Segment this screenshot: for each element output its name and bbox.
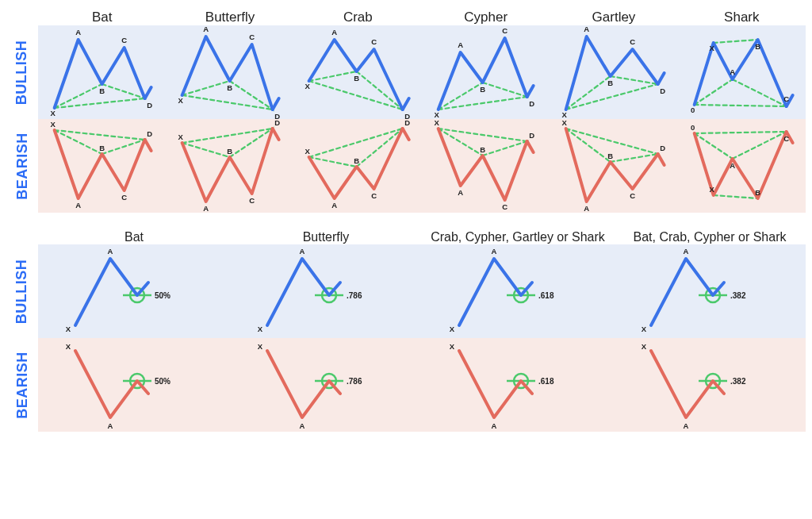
ratio-label: 50%	[155, 291, 170, 300]
point-D-label: D	[661, 144, 666, 152]
point-C-label: C	[371, 191, 377, 200]
ratio-label: .786	[347, 377, 362, 386]
retrace-bearish-1: XA.786	[230, 338, 422, 432]
point-B-label: B	[608, 152, 614, 160]
point-X-label: X	[562, 119, 568, 127]
pattern-bearish-crab: XABCD	[294, 119, 422, 213]
point-C-label: C	[630, 37, 636, 46]
point-D-label: D	[529, 131, 534, 140]
point-A-label: A	[730, 67, 735, 76]
point-X-label: X	[709, 185, 714, 194]
point-A-label: A	[300, 247, 305, 256]
point-O-label: 0	[691, 123, 695, 132]
point-D-label: D	[404, 119, 410, 127]
pattern-bullish-butterfly: XABCD	[166, 25, 293, 119]
retrace-bullish-3: XA.382	[614, 244, 806, 338]
point-A-label: A	[684, 247, 689, 256]
point-C-label: C	[121, 36, 127, 44]
point-C-label: C	[502, 26, 508, 35]
point-X-label: X	[66, 325, 71, 333]
point-A-label: A	[75, 201, 81, 210]
point-X-label: X	[304, 147, 310, 156]
pattern-bullish-crab: XABCD	[294, 25, 422, 119]
point-X-label: X	[434, 119, 439, 127]
point-C-label: C	[250, 33, 255, 41]
pattern-bearish-shark: 0XABC	[678, 119, 806, 213]
pattern-bullish-shark: 0XABC	[678, 25, 806, 119]
point-A-label: A	[108, 421, 113, 430]
pattern-bullish-bat: XABCD	[38, 25, 166, 119]
point-D-label: D	[529, 99, 534, 108]
point-X-label: X	[450, 342, 455, 351]
point-A-label: A	[108, 247, 113, 256]
point-A-label: A	[492, 421, 497, 430]
pattern-bearish-gartley: XABCD	[550, 119, 677, 213]
pattern-header: Bat	[38, 10, 166, 25]
point-D-label: D	[275, 112, 281, 119]
point-B-label: B	[608, 79, 614, 87]
point-X-label: X	[304, 82, 310, 90]
point-D-label: D	[147, 101, 152, 110]
ratio-label: 50%	[155, 377, 170, 386]
point-C-label: C	[121, 193, 127, 202]
pattern-bearish-cypher: XABCD	[422, 119, 550, 213]
point-A-label: A	[584, 25, 590, 33]
pattern-bullish-cypher: XABCD	[422, 25, 550, 119]
point-X-label: X	[562, 110, 568, 119]
point-A-label: A	[300, 421, 305, 430]
retrace-bullish-0: XA50%	[38, 244, 230, 338]
point-A-label: A	[331, 201, 337, 210]
bullish-label-2: BULLISH	[6, 244, 38, 338]
point-A-label: A	[458, 40, 463, 49]
retrace-bearish-0: XA50%	[38, 338, 230, 432]
point-X-label: X	[450, 325, 455, 333]
point-X-label: X	[50, 120, 56, 129]
point-A-label: A	[684, 421, 689, 430]
pattern-header: Cypher	[422, 10, 550, 25]
pattern-bullish-gartley: XABCD	[550, 25, 677, 119]
point-B-label: B	[99, 144, 105, 152]
ratio-header: Butterfly	[230, 230, 422, 244]
point-B-label: B	[228, 83, 233, 92]
point-X-label: X	[642, 342, 647, 351]
point-A-label: A	[204, 25, 209, 33]
pattern-bearish-bat: XABCD	[38, 119, 166, 213]
point-A-label: A	[730, 161, 735, 170]
retrace-bearish-3: XA.382	[614, 338, 806, 432]
point-C-label: C	[783, 94, 789, 103]
point-X-label: X	[258, 325, 263, 333]
point-C-label: C	[250, 196, 255, 205]
point-B-label: B	[755, 42, 760, 51]
point-X-label: X	[178, 133, 184, 141]
point-C-label: C	[371, 37, 377, 46]
point-B-label: B	[354, 74, 359, 83]
point-B-label: B	[99, 86, 105, 95]
point-C-label: C	[783, 134, 789, 143]
point-D-label: D	[661, 86, 666, 95]
point-X-label: X	[709, 44, 714, 52]
point-A-label: A	[75, 28, 81, 37]
pattern-header: Crab	[294, 10, 422, 25]
ratio-header: Bat	[38, 230, 230, 244]
point-A-label: A	[204, 204, 209, 213]
point-B-label: B	[480, 145, 485, 154]
retrace-bullish-1: XA.786	[230, 244, 422, 338]
point-X-label: X	[178, 96, 184, 105]
point-C-label: C	[630, 191, 636, 200]
point-D-label: D	[275, 119, 281, 127]
point-X-label: X	[66, 342, 71, 351]
point-D-label: D	[147, 129, 152, 138]
point-A-label: A	[492, 247, 497, 256]
point-O-label: 0	[691, 106, 695, 114]
ratio-header: Crab, Cypher, Gartley or Shark	[422, 230, 614, 244]
ratio-header: Bat, Crab, Cypher or Shark	[614, 230, 806, 244]
point-B-label: B	[354, 156, 359, 165]
point-A-label: A	[458, 188, 463, 197]
pattern-header: Gartley	[550, 10, 677, 25]
point-A-label: A	[584, 204, 590, 213]
point-X-label: X	[258, 342, 263, 351]
point-B-label: B	[755, 188, 760, 197]
point-X-label: X	[434, 110, 439, 119]
bullish-label: BULLISH	[6, 25, 38, 119]
ratio-label: .618	[538, 291, 554, 300]
